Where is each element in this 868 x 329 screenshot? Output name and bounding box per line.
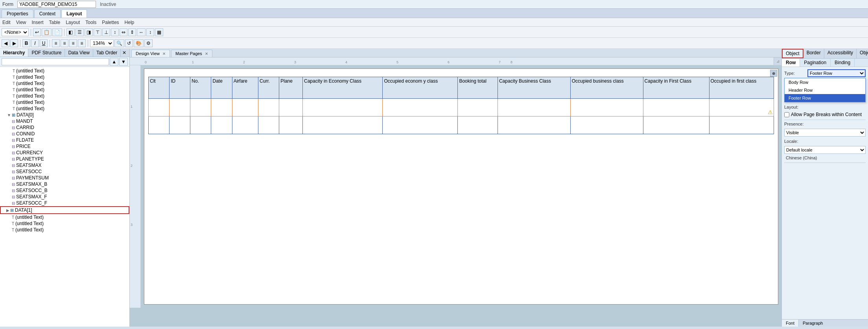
master-pages-close[interactable]: ✕ (205, 52, 208, 56)
tree-data1[interactable]: ▶ ⊞ DATA[1] (0, 206, 129, 214)
tree-carrid[interactable]: ⊟ CARRID (0, 124, 129, 131)
tb-ac[interactable]: ≡ (61, 39, 68, 47)
tb-al[interactable]: ≡ (52, 39, 60, 47)
tree-fldate[interactable]: ⊟ FLDATE (0, 137, 129, 143)
presence-select[interactable]: Visible (784, 129, 866, 137)
rp-tab-object[interactable]: Object (782, 49, 803, 58)
tree-mandt[interactable]: ⊟ MANDT (0, 118, 129, 124)
lp-tab-hierarchy[interactable]: Hierarchy (0, 49, 28, 57)
tree-seatsocc-b[interactable]: ⊟ SEATSOCC_B (0, 187, 129, 194)
dropdown-option-footer[interactable]: Footer Row (785, 94, 865, 102)
canvas-area[interactable]: 0 1 2 3 4 5 6 7 8 ⊿ (130, 57, 781, 327)
zoom-select[interactable]: 134% (90, 39, 114, 47)
allow-pagebreaks-checkbox[interactable] (784, 112, 789, 117)
tb-align-bottom[interactable]: ↕ (111, 28, 119, 36)
zoom-in[interactable]: 🔍 (114, 39, 124, 47)
menu-table[interactable]: Table (49, 20, 61, 25)
tb-aj[interactable]: ≡ (78, 39, 86, 47)
ruler-corner[interactable]: ⊿ (774, 57, 781, 65)
tb-size-w[interactable]: ↔ (137, 28, 146, 36)
tree-seatsocc-f[interactable]: ⊟ SEATSOCC_F (0, 200, 129, 206)
rp-tab-other[interactable]: Obje (857, 49, 868, 58)
lp-tab-tab[interactable]: Tab Order (93, 49, 121, 57)
zoom-sync[interactable]: ↺ (125, 39, 133, 47)
type-select[interactable]: Footer Row Body Row Header Row (807, 69, 866, 77)
tb-size-h[interactable]: ↕ (146, 28, 154, 36)
rp-tab-font[interactable]: Font (782, 320, 799, 327)
tree-connid[interactable]: ⊟ CONNID (0, 131, 129, 137)
tree-seatsocc[interactable]: ⊟ SEATSOCC (0, 168, 129, 175)
tree-planetype[interactable]: ⊟ PLANETYPE (0, 156, 129, 162)
tree-currency[interactable]: ⊟ CURRENCY (0, 150, 129, 156)
tb-btn-3[interactable]: 📄 (52, 28, 62, 36)
locale-select[interactable]: Default locale (784, 146, 866, 154)
tree-seatsmax-b[interactable]: ⊟ SEATSMAX_B (0, 181, 129, 187)
tb-italic[interactable]: I (31, 39, 39, 47)
menu-help[interactable]: Help (125, 20, 135, 25)
tb-align-center[interactable]: ☰ (76, 28, 84, 36)
tree-data0[interactable]: ▼ ⊞ DATA[0] (0, 112, 129, 118)
rp-tab-accessibility[interactable]: Accessibility (824, 49, 857, 58)
tree-item[interactable]: T (untitled Text) (0, 99, 129, 105)
tree-item[interactable]: T (untitled Text) (0, 80, 129, 87)
dropdown-option-header[interactable]: Header Row (785, 86, 865, 94)
tb-align-right[interactable]: ◨ (85, 28, 93, 36)
menu-palettes[interactable]: Palettes (102, 20, 119, 25)
design-view-close[interactable]: ✕ (162, 52, 166, 56)
rp-sub-tab-row[interactable]: Row (782, 59, 800, 67)
tb-align-left[interactable]: ◧ (66, 28, 75, 36)
tree-item[interactable]: T (untitled Text) (0, 74, 129, 80)
tb-group[interactable]: ▦ (155, 28, 163, 36)
tb-align-middle[interactable]: ⊥ (102, 28, 110, 36)
tree-item[interactable]: T (untitled Text) (0, 227, 129, 233)
hier-down[interactable]: ▼ (119, 58, 128, 66)
tb-dist-v[interactable]: ⇕ (128, 28, 136, 36)
tab-context[interactable]: Context (34, 9, 61, 18)
tab-design-view[interactable]: Design View ✕ (131, 50, 170, 57)
tree-seatsmax-f[interactable]: ⊟ SEATSMAX_F (0, 194, 129, 200)
tree-item[interactable]: T (untitled Text) (0, 68, 129, 74)
tb-btn-1[interactable]: ↩ (33, 28, 41, 36)
tree-paymentsum[interactable]: ⊟ PAYMENTSUM (0, 175, 129, 181)
menu-tools[interactable]: Tools (85, 20, 96, 25)
tb-back[interactable]: ◀ (2, 39, 9, 47)
lp-tab-data[interactable]: Data View (65, 49, 93, 57)
page-scroll-btn[interactable]: ⊕ (770, 70, 777, 77)
rp-tab-border[interactable]: Border (803, 49, 824, 58)
tab-layout[interactable]: Layout (61, 9, 87, 18)
menu-layout[interactable]: Layout (66, 20, 80, 25)
tb-bold[interactable]: B (22, 39, 30, 47)
field-icon: ⊟ (12, 138, 15, 142)
expand-icon[interactable]: ▶ (6, 208, 9, 213)
zoom-color[interactable]: 🎨 (134, 39, 144, 47)
menu-insert[interactable]: Insert (31, 20, 43, 25)
tree-item[interactable]: T (untitled Text) (0, 220, 129, 227)
expand-icon[interactable]: ▼ (7, 113, 11, 117)
hier-up[interactable]: ▲ (110, 58, 118, 66)
rp-sub-tab-binding[interactable]: Binding (831, 59, 855, 67)
tree-price[interactable]: ⊟ PRICE (0, 143, 129, 150)
dropdown-option-body[interactable]: Body Row (785, 78, 865, 86)
menu-edit[interactable]: Edit (2, 20, 11, 25)
hierarchy-search[interactable] (2, 58, 109, 65)
tree-item[interactable]: T (untitled Text) (0, 87, 129, 93)
tree-item[interactable]: T (untitled Text) (0, 93, 129, 99)
none-select[interactable]: <None> (2, 28, 29, 36)
lp-tab-pdf[interactable]: PDF Structure (28, 49, 65, 57)
tab-master-pages[interactable]: Master Pages ✕ (171, 50, 212, 57)
tb-ar[interactable]: ≡ (69, 39, 77, 47)
tree-item[interactable]: T (untitled Text) (0, 105, 129, 112)
zoom-extra[interactable]: ⚙ (144, 39, 153, 47)
menu-view[interactable]: View (16, 20, 26, 25)
rp-sub-tab-pagination[interactable]: Pagination (800, 59, 831, 67)
tree-item[interactable]: T (untitled Text) (0, 214, 129, 220)
tb-align-top[interactable]: ⊤ (94, 28, 101, 36)
tb-dist-h[interactable]: ⇔ (120, 28, 127, 36)
lp-close[interactable]: ✕ (121, 49, 128, 57)
tb-forward[interactable]: ▶ (10, 39, 18, 47)
tree-seatsmax[interactable]: ⊟ SEATSMAX (0, 162, 129, 168)
rp-tab-paragraph[interactable]: Paragraph (799, 320, 827, 327)
tb-btn-2[interactable]: 📋 (42, 28, 52, 36)
tab-properties[interactable]: Properties (2, 9, 33, 18)
tb-underline[interactable]: U (40, 39, 48, 47)
